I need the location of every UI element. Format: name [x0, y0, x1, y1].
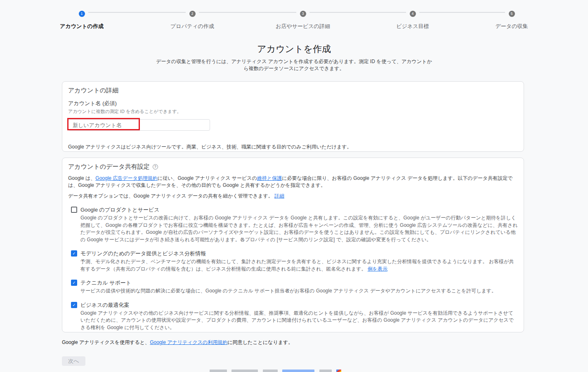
clipped-text-fragment: [263, 370, 278, 372]
step-business-details: 3 お店やサービスの詳細: [257, 9, 348, 30]
intro-text: に従い、Google アナリティクス サービスの: [158, 175, 257, 181]
terms-text: Google アナリティクスを使用すると、: [62, 339, 150, 345]
terms-of-service-link[interactable]: Google アナリティクスの利用規約: [150, 339, 227, 345]
google-products-checkbox[interactable]: [71, 207, 77, 213]
data-sharing-intro: Google は、Google 広告データ処理規約に従い、Google アナリテ…: [68, 175, 518, 189]
clipped-bottom-text: [210, 370, 346, 372]
option-description-text: サービスの提供や技術的な問題の解決に必要な場合に、Google のテクニカル サ…: [80, 288, 496, 294]
clipped-text-fragment: [210, 370, 227, 372]
clipped-text-fragment: [231, 370, 258, 372]
step-number-badge: 2: [189, 11, 196, 17]
next-button[interactable]: 次へ: [62, 356, 85, 366]
step-business-objectives: 4 ビジネス目標: [367, 9, 458, 30]
terms-text: に同意したことになります。: [227, 339, 293, 345]
step-label: データの収集: [466, 23, 557, 30]
option-label: モデリングのためのデータ提供とビジネス分析情報: [80, 250, 518, 257]
account-name-input-wrap: [68, 119, 210, 131]
step-number-badge: 4: [410, 11, 416, 17]
option-body: ビジネスの最適化案 Google アナリティクスやその他のビジネス向けサービスに…: [80, 301, 518, 332]
data-sharing-options: Google のプロダクトとサービス Google のプロダクトとサービスの改善…: [71, 206, 518, 331]
option-body: テクニカル サポート サービスの提供や技術的な問題の解決に必要な場合に、Goog…: [80, 279, 496, 295]
option-body: モデリングのためのデータ提供とビジネス分析情報 予測、モデル化されたデータ、ベン…: [80, 250, 518, 273]
option-description-text: Google のプロダクトとサービスの改善に向けて、お客様の Google アナ…: [80, 215, 518, 243]
step-property-creation: 2 プロパティの作成: [147, 9, 238, 30]
data-sharing-title: アカウントのデータ共有設定: [68, 163, 150, 171]
account-name-label: アカウント名 (必須): [68, 100, 518, 107]
help-icon[interactable]: [153, 164, 158, 170]
account-card-footnote: Google アナリティクスはビジネス向けツールです。商業、ビジネス、技術、職業…: [68, 144, 518, 151]
terms-line: Google アナリティクスを使用すると、Google アナリティクスの利用規約…: [62, 339, 293, 346]
account-details-card: アカウントの詳細 アカウント名 (必須) アカウントに複数の測定 ID を含める…: [62, 81, 524, 152]
ads-data-processing-terms-link[interactable]: Google 広告データ処理規約: [95, 175, 158, 181]
learn-more-link[interactable]: 詳細: [274, 193, 284, 199]
option-description: 予測、モデル化されたデータ、ベンチマークなどの機能を有効にして、集計された測定デ…: [80, 258, 518, 273]
step-label: お店やサービスの詳細: [257, 23, 348, 30]
option-description-text: Google アナリティクスやその他のビジネス向けサービスに関する分析情報、提案…: [80, 310, 514, 330]
step-account-creation: 1 アカウントの作成: [36, 9, 127, 30]
clipped-link-fragment: [282, 370, 314, 372]
setup-stepper: 1 アカウントの作成 2 プロパティの作成 3 お店やサービスの詳細 4 ビジネ…: [0, 0, 588, 30]
page-title: アカウントを作成: [0, 43, 588, 55]
option-label: Google のプロダクトとサービス: [80, 206, 518, 213]
step-data-collection: 5 データの収集: [466, 9, 557, 30]
page-subtitle-wrap: データの収集と管理を行うには、アナリティクス アカウントを作成する必要があります…: [0, 58, 588, 72]
option-description: Google アナリティクスやその他のビジネス向けサービスに関する分析情報、提案…: [80, 310, 518, 332]
step-number-badge: 3: [300, 11, 306, 17]
data-sharing-card: アカウントのデータ共有設定 Google は、Google 広告データ処理規約に…: [62, 158, 524, 332]
data-sharing-title-row: アカウントのデータ共有設定: [68, 163, 518, 171]
option-description: Google のプロダクトとサービスの改善に向けて、お客様の Google アナ…: [80, 214, 518, 243]
account-details-title: アカウントの詳細: [68, 87, 518, 94]
business-recommendations-checkbox[interactable]: [71, 302, 77, 308]
step-label: ビジネス目標: [367, 23, 458, 30]
maintain-protect-link[interactable]: 維持と保護: [257, 175, 282, 181]
technical-support-checkbox[interactable]: [71, 280, 77, 286]
option-label: テクニカル サポート: [80, 279, 496, 286]
show-example-link[interactable]: 例を表示: [368, 266, 387, 272]
page-subtitle: データの収集と管理を行うには、アナリティクス アカウントを作成する必要があります…: [156, 58, 433, 72]
step-label: アカウントの作成: [36, 23, 127, 30]
clipped-text-fragment: [319, 370, 332, 372]
step-number-badge: 1: [79, 11, 85, 17]
manage-text: データ共有オプションでは、Google アナリティクス データの共有を細かく管理…: [68, 193, 274, 199]
option-business-recommendations: ビジネスの最適化案 Google アナリティクスやその他のビジネス向けサービスに…: [71, 301, 518, 332]
option-description: サービスの提供や技術的な問題の解決に必要な場合に、Google のテクニカル サ…: [80, 287, 496, 295]
option-body: Google のプロダクトとサービス Google のプロダクトとサービスの改善…: [80, 206, 518, 243]
option-description-text: 予測、モデル化されたデータ、ベンチマークなどの機能を有効にして、集計された測定デ…: [80, 259, 514, 272]
option-google-products-services: Google のプロダクトとサービス Google のプロダクトとサービスの改善…: [71, 206, 518, 243]
intro-text: Google は、: [68, 175, 95, 181]
option-technical-support: テクニカル サポート サービスの提供や技術的な問題の解決に必要な場合に、Goog…: [71, 279, 518, 295]
account-name-input[interactable]: [68, 119, 210, 131]
modeling-insights-checkbox[interactable]: [71, 250, 77, 257]
step-label: プロパティの作成: [147, 23, 238, 30]
step-number-badge: 5: [509, 11, 515, 17]
option-modeling-insights: モデリングのためのデータ提供とビジネス分析情報 予測、モデル化されたデータ、ベン…: [71, 250, 518, 273]
account-name-help: アカウントに複数の測定 ID を含めることができます。: [68, 108, 518, 115]
option-label: ビジネスの最適化案: [80, 301, 518, 308]
data-sharing-manage-line: データ共有オプションでは、Google アナリティクス データの共有を細かく管理…: [68, 193, 518, 200]
clipped-favicon: [336, 370, 341, 372]
